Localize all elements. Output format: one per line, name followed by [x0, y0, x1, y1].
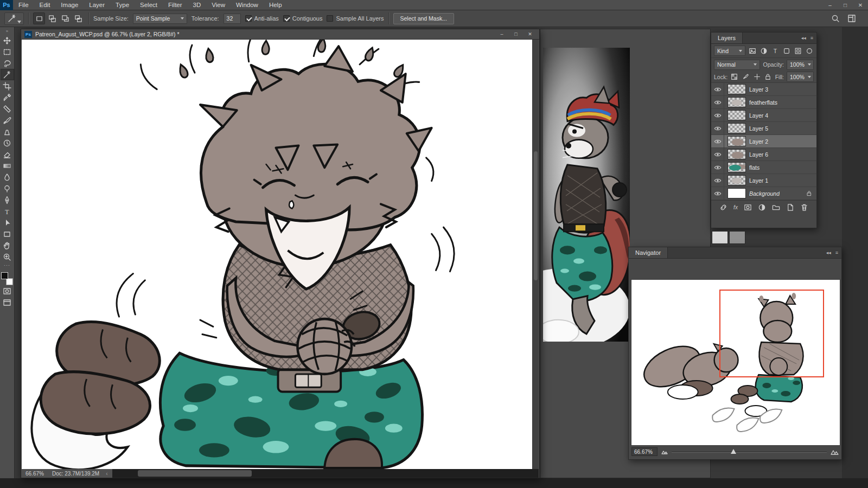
path-selection-tool[interactable]	[1, 217, 14, 228]
foreground-color-swatch[interactable]	[1, 272, 8, 279]
lock-pixels-icon[interactable]	[742, 73, 749, 80]
menu-edit[interactable]: Edit	[34, 0, 56, 10]
quick-mask-button[interactable]	[1, 285, 14, 297]
visibility-toggle[interactable]	[711, 122, 724, 134]
opacity-dropdown[interactable]: 100%	[787, 60, 814, 70]
search-icon[interactable]	[831, 14, 840, 23]
horizontal-scrollbar-thumb[interactable]	[138, 470, 252, 477]
layer-thumbnail[interactable]	[727, 188, 746, 198]
navigator-tab[interactable]: Navigator	[629, 247, 668, 258]
swatch-mid-gray[interactable]	[729, 231, 745, 244]
status-zoom-value[interactable]: 66.67%	[22, 471, 48, 477]
layer-thumbnail[interactable]	[727, 123, 746, 133]
layer-name[interactable]: Layer 4	[749, 112, 768, 119]
layer-name[interactable]: Layer 3	[749, 86, 768, 93]
select-and-mask-button[interactable]: Select and Mask...	[393, 13, 454, 24]
layer-name[interactable]: Layer 2	[749, 138, 768, 145]
layer-row-selected[interactable]: Layer 2	[711, 135, 816, 148]
lasso-tool[interactable]	[1, 57, 14, 69]
layer-name[interactable]: Background	[749, 190, 780, 197]
panel-collapse-icon[interactable]: ◂◂	[826, 250, 831, 255]
sample-all-layers-checkbox[interactable]	[327, 15, 333, 22]
gradient-tool[interactable]	[1, 160, 14, 171]
workspace-switcher-icon[interactable]	[847, 14, 856, 23]
menu-filter[interactable]: Filter	[163, 0, 188, 10]
filter-toggle-icon[interactable]	[806, 47, 813, 55]
new-layer-icon[interactable]	[786, 203, 794, 211]
new-selection-button[interactable]	[33, 12, 45, 24]
filter-smart-object-icon[interactable]	[794, 47, 802, 55]
fill-dropdown[interactable]: 100%	[787, 72, 814, 82]
horizontal-scrollbar[interactable]	[112, 469, 539, 478]
layer-row[interactable]: flats	[711, 161, 816, 174]
contiguous-checkbox[interactable]	[283, 15, 290, 22]
lock-all-icon[interactable]	[764, 73, 771, 80]
sample-all-layers-option[interactable]: Sample All Layers	[327, 15, 384, 22]
navigator-view-rectangle[interactable]	[719, 290, 824, 377]
layers-tab[interactable]: Layers	[711, 33, 743, 43]
layer-name[interactable]: flats	[749, 164, 760, 171]
add-to-selection-button[interactable]	[46, 12, 58, 24]
layer-row[interactable]: Layer 1	[711, 174, 816, 187]
contiguous-option[interactable]: Contiguous	[283, 15, 323, 22]
rectangle-shape-tool[interactable]	[1, 228, 14, 240]
navigator-zoom-field[interactable]: 66.67%	[631, 447, 658, 456]
eyedropper-tool[interactable]	[1, 92, 14, 103]
layer-row[interactable]: featherflats	[711, 96, 816, 109]
document-title-bar[interactable]: Ps Patreon_August_WCP.psd @ 66.7% (Layer…	[21, 29, 539, 40]
dodge-tool[interactable]	[1, 183, 14, 194]
document-maximize-button[interactable]: □	[510, 30, 522, 38]
app-minimize-button[interactable]: –	[822, 0, 838, 10]
layer-row[interactable]: Layer 5	[711, 122, 816, 135]
history-brush-tool[interactable]	[1, 137, 14, 149]
lock-position-icon[interactable]	[754, 73, 761, 80]
visibility-toggle[interactable]	[711, 96, 724, 108]
app-maximize-button[interactable]: □	[838, 0, 853, 10]
visibility-toggle[interactable]	[711, 174, 724, 187]
blend-mode-dropdown[interactable]: Normal	[714, 60, 760, 70]
toolbar-collapse-icon[interactable]: »	[6, 28, 8, 35]
panel-collapse-icon[interactable]: ◂◂	[801, 35, 806, 41]
layer-row[interactable]: Layer 4	[711, 109, 816, 122]
link-layers-icon[interactable]	[719, 203, 727, 211]
zoom-in-icon[interactable]	[831, 448, 839, 455]
visibility-toggle[interactable]	[711, 83, 724, 95]
filter-shape-icon[interactable]	[783, 47, 790, 55]
navigator-thumbnail[interactable]	[631, 280, 840, 445]
document-minimize-button[interactable]: –	[496, 30, 508, 38]
menu-window[interactable]: Window	[231, 0, 264, 10]
layer-name[interactable]: Layer 1	[749, 177, 768, 184]
visibility-toggle[interactable]	[711, 109, 724, 121]
crop-tool[interactable]	[1, 80, 14, 92]
move-tool[interactable]	[1, 35, 14, 46]
panel-menu-icon[interactable]: ≡	[835, 250, 838, 255]
filter-type-icon[interactable]: T	[771, 47, 779, 55]
eraser-tool[interactable]	[1, 149, 14, 160]
swatch-light-gray[interactable]	[712, 231, 728, 244]
menu-layer[interactable]: Layer	[84, 0, 110, 10]
vertical-scrollbar[interactable]	[532, 40, 539, 469]
new-group-icon[interactable]	[772, 203, 780, 211]
layer-name[interactable]: featherflats	[749, 99, 777, 106]
visibility-toggle[interactable]	[711, 161, 724, 174]
layer-row[interactable]: Layer 3	[711, 83, 816, 96]
add-layer-mask-icon[interactable]	[744, 203, 752, 211]
layer-thumbnail[interactable]	[727, 162, 746, 172]
tool-preset-picker[interactable]	[4, 12, 24, 25]
menu-3d[interactable]: 3D	[188, 0, 207, 10]
layer-row-background[interactable]: Background	[711, 187, 816, 200]
status-popup-arrow[interactable]: ‹	[104, 471, 110, 477]
edit-toolbar-icon[interactable]: ···	[4, 262, 10, 269]
visibility-toggle[interactable]	[711, 148, 724, 160]
clone-stamp-tool[interactable]	[1, 126, 14, 137]
menu-view[interactable]: View	[206, 0, 231, 10]
pen-tool[interactable]	[1, 194, 14, 206]
zoom-out-icon[interactable]	[661, 449, 668, 454]
brush-tool[interactable]	[1, 114, 14, 126]
zoom-tool[interactable]	[1, 251, 14, 262]
layer-thumbnail[interactable]	[727, 175, 746, 185]
layer-thumbnail[interactable]	[727, 97, 746, 107]
vertical-scrollbar-thumb[interactable]	[534, 151, 538, 280]
adjustment-layer-icon[interactable]	[758, 203, 766, 211]
layer-style-icon[interactable]: fx	[733, 204, 738, 210]
